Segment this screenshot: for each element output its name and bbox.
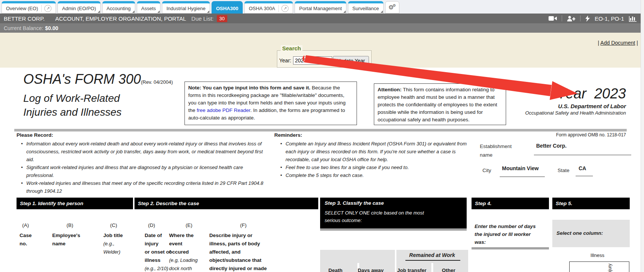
- illness-column-rotated-label: Injury: [607, 264, 612, 272]
- column-label-line: Job title: [103, 231, 133, 240]
- column-letter: (C): [110, 222, 133, 228]
- please-record-bullet: Work-related injuries and illnesses that…: [20, 179, 271, 195]
- step5-header: Step 5.: [552, 198, 630, 209]
- entity-label: EO-1, PO-1: [595, 15, 624, 22]
- establishment-value[interactable]: Better Corp.: [536, 143, 567, 149]
- tab-overview-eo[interactable]: Overview (EO) ↗: [2, 1, 56, 14]
- tab-industrial-hygiene[interactable]: Industrial Hygiene: [162, 1, 210, 14]
- tab-label: Surveillance: [352, 6, 379, 11]
- dropdown-corner-icon: [98, 11, 100, 13]
- divider: [562, 15, 562, 21]
- attention-title: Attention:: [378, 87, 402, 92]
- form-year-value: 2023: [594, 86, 626, 101]
- reminders-bullet: Complete the 5 steps for each case.: [280, 171, 473, 179]
- vertical-scrollbar[interactable]: [641, 0, 644, 272]
- column-label-line: directly injured or made: [209, 264, 277, 272]
- tab-portal-management[interactable]: Portal Management: [295, 1, 346, 14]
- tab-osha300a[interactable]: OSHA 300A ↗: [244, 1, 293, 14]
- column-label-line: no.: [20, 240, 42, 248]
- year-label: Year:: [279, 57, 291, 63]
- remained-at-work-label: Remained at Work: [398, 252, 466, 258]
- days-away-label: Days away: [358, 267, 384, 272]
- establishment-underline: [534, 155, 631, 155]
- tab-overview-popup[interactable]: ↗: [41, 5, 51, 12]
- column-f: (F) Describe injury or illness, parts of…: [209, 222, 277, 272]
- step4-header: Step 4.: [472, 198, 549, 209]
- tab-label: OSHA 300A: [249, 6, 275, 11]
- column-label-line: Describe injury or: [209, 231, 277, 240]
- company-name: BETTER CORP.: [4, 15, 45, 22]
- column-letter: (B): [67, 222, 90, 228]
- year-dol-block: Year 2023 U.S. Department of Labor Occup…: [451, 86, 626, 116]
- add-user-icon[interactable]: [567, 16, 575, 21]
- main-tab-bar: Overview (EO) ↗ Admin (EO/PO) Accounting…: [0, 0, 644, 14]
- tab-assets[interactable]: Assets: [137, 1, 160, 14]
- divider: [580, 15, 581, 21]
- state-value[interactable]: CA: [579, 165, 586, 171]
- city-value[interactable]: Mountain View: [502, 165, 539, 171]
- form-subtitle-line2: Injuries and Illnesses: [23, 105, 121, 119]
- balance-label: Current Balance:: [4, 25, 43, 31]
- tab-label: Overview (EO): [6, 6, 38, 11]
- due-list-badge[interactable]: 30: [217, 15, 227, 22]
- tab-surveillance[interactable]: Surveillance: [348, 1, 384, 14]
- tab-osha300a-popup[interactable]: ↗: [278, 5, 289, 12]
- tab-admin[interactable]: Admin (EO/PO): [57, 1, 100, 14]
- column-label-line: object/substance that: [209, 256, 277, 264]
- due-list-label: Due List:: [191, 15, 213, 22]
- dropdown-corner-icon: [343, 11, 346, 13]
- illness-column-box: Injury: [569, 261, 629, 272]
- please-record-list: Information about every work-related dea…: [20, 140, 271, 195]
- pdf-reader-link[interactable]: free adobe PDF Reader: [197, 107, 251, 113]
- please-record-bullet: Significant work-related injuries and il…: [20, 163, 271, 179]
- step3-title: Step 3. Classify the case: [325, 200, 462, 206]
- classify-divider: [431, 263, 433, 272]
- lightning-bolt-icon[interactable]: [585, 15, 590, 22]
- add-document-link[interactable]: Add Document: [600, 40, 635, 46]
- illness-label: Illness: [581, 252, 614, 258]
- column-label-line: Where the: [169, 231, 207, 240]
- tab-accounting[interactable]: Accounting: [102, 1, 135, 14]
- reminders-list: Complete an Injury and Illness Incident …: [280, 140, 473, 179]
- tab-osha300-active[interactable]: OSHA300: [212, 1, 243, 14]
- update-year-button[interactable]: Update Year: [333, 56, 369, 65]
- pipe: |: [636, 40, 638, 46]
- dol-label: U.S. Department of Labor: [451, 103, 626, 109]
- city-underline: [500, 177, 545, 177]
- reminders-title: Reminders:: [274, 132, 302, 138]
- column-label-line: event: [169, 240, 207, 248]
- form-year-label: Year: [557, 86, 586, 101]
- video-camera-icon[interactable]: [549, 16, 557, 21]
- column-label-line: Case: [20, 231, 42, 240]
- note-box: Note: You can type input into this form …: [184, 82, 357, 125]
- step3-shadow: [320, 228, 467, 231]
- tab-label: Portal Management: [299, 6, 342, 11]
- death-label: Death: [328, 267, 343, 272]
- column-letter: (F): [240, 222, 277, 228]
- step4-shadow: [472, 247, 549, 249]
- reminders-bullet: Complete an Injury and Illness Incident …: [280, 140, 473, 163]
- search-legend: Search: [281, 45, 302, 51]
- dropdown-corner-icon: [132, 11, 135, 13]
- step3-header: Step 3. Classify the case SELECT ONLY ON…: [320, 198, 467, 228]
- dropdown-corner-icon: [207, 11, 209, 13]
- note-title: Note: You can type input into this form …: [188, 85, 310, 91]
- step4-note: Enter the number of days the injured or …: [475, 222, 539, 246]
- job-transfer-label: Job transfer: [397, 267, 426, 272]
- tab-label: OSHA300: [216, 6, 238, 11]
- balance-bar: Current Balance: $0.00: [0, 23, 644, 33]
- pipe: |: [598, 40, 599, 46]
- column-label-line: Employee's: [52, 231, 90, 240]
- form-title: OSHA's FORM 300: [23, 71, 141, 87]
- popup-arrow-icon: ↗: [44, 5, 51, 12]
- settings-gears-icon[interactable]: ⚙⚙: [385, 1, 399, 14]
- column-letter: (A): [22, 222, 42, 228]
- column-label-line: occured: [169, 248, 207, 256]
- bar-chart-icon[interactable]: [629, 15, 636, 22]
- omb-approval: Form approved OMB no. 1218-017: [513, 132, 626, 138]
- form-subtitle: Log of Work-Related Injuries and Illness…: [23, 91, 121, 119]
- step2-header: Step 2. Describe the case: [135, 198, 318, 209]
- remained-underline: [405, 260, 460, 261]
- year-input[interactable]: [293, 56, 332, 65]
- column-c: (C) Job title (e.g., Welder): [103, 222, 133, 256]
